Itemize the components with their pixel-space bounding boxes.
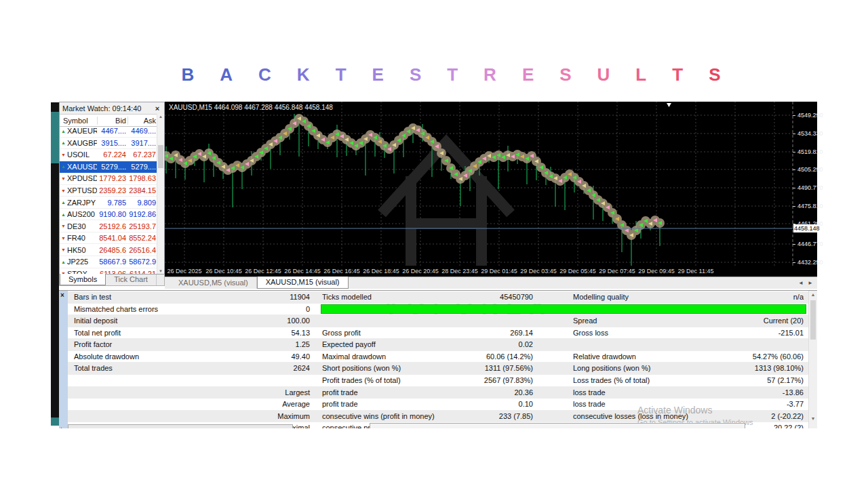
price-tick: [793, 152, 795, 152]
ask-value: 67.237: [127, 150, 157, 159]
stat-label: Long positions (won %): [573, 363, 650, 374]
bid-value: 8541.04: [97, 234, 127, 242]
scroll-position-marker: [667, 103, 671, 107]
stat-label: loss trade: [573, 399, 606, 410]
tab-scroll-left-icon[interactable]: ◄: [798, 280, 805, 286]
market-watch-row[interactable]: ▲ZARJPY9.7859.809: [60, 197, 164, 209]
stat-value: 0.02: [519, 339, 533, 350]
price-tick: [793, 224, 795, 224]
stat-value: 11904: [290, 291, 310, 303]
bid-value: 26485.6: [97, 246, 127, 254]
market-watch-scrollbar[interactable]: ▲ ▼: [157, 114, 164, 274]
tester-cell-group: [312, 315, 536, 327]
bid-value: 1779.23: [97, 174, 127, 182]
scroll-up-icon[interactable]: ▲: [157, 115, 164, 119]
market-watch-row[interactable]: ▲AUS2009190.809192.86: [60, 209, 164, 221]
time-axis: 26 Dec 202526 Dec 10:4526 Dec 12:4526 De…: [165, 266, 817, 277]
tester-cell-group: Maximum: [68, 411, 312, 422]
symbol-name: DE30: [67, 222, 97, 230]
stat-value: -215.01: [778, 327, 804, 339]
chart-panel: XAUUSD,M15 4464.098 4467.288 4456.848 44…: [165, 102, 817, 277]
tester-cell-group: profit trade20.36: [312, 387, 536, 399]
price-axis-label: 4505.290: [797, 166, 823, 173]
tester-cell-group: Maximal drawdown60.06 (14.2%): [312, 351, 536, 363]
tab-scroll-arrows[interactable]: ◄ ►: [798, 280, 814, 286]
symbol-name: ZARJPY: [67, 199, 97, 207]
market-watch-row[interactable]: ▲JP22558667.958672.9: [60, 256, 164, 268]
column-header-ask[interactable]: Ask: [127, 117, 157, 125]
ask-value: 1798.63: [127, 174, 157, 182]
stat-label: Modelling quality: [573, 291, 629, 303]
market-watch-row[interactable]: ▲XAUGBP3915....3917....: [60, 138, 164, 150]
ask-value: 9192.86: [127, 210, 157, 218]
chart-symbol-ohlc: XAUUSD,M15 4464.098 4467.288 4456.848 44…: [169, 104, 333, 111]
symbol-name: USOIL: [67, 150, 97, 159]
tester-row: Total trades2624Short positions (won %)1…: [68, 363, 808, 375]
stat-label: Loss trades (% of total): [573, 375, 650, 386]
market-watch-row[interactable]: ▼USOIL67.22467.237: [60, 149, 164, 161]
stat-value: 60.06 (14.2%): [486, 351, 533, 363]
stat-label: Short positions (won %): [322, 363, 401, 374]
title-letter: B: [182, 64, 195, 85]
stat-value: 49.40: [291, 351, 310, 363]
bid-value: 2359.23: [97, 186, 127, 195]
market-watch-row[interactable]: ▲XAUUSD5279....5279....: [60, 161, 164, 174]
tester-cell-group: loss trade-13.86: [536, 387, 808, 399]
ask-value: 25193.7: [127, 222, 157, 230]
market-watch-row[interactable]: ▲XAUEUR4467....4469....: [60, 125, 164, 138]
tab-tick-chart[interactable]: Tick Chart: [106, 274, 157, 285]
stat-value: Maximum: [277, 411, 310, 422]
bid-value: 5279....: [97, 163, 127, 171]
ask-value: 26516.4: [127, 246, 157, 254]
tab-symbols[interactable]: Symbols: [60, 274, 106, 285]
tab-scroll-right-icon[interactable]: ►: [808, 280, 814, 286]
bid-value: 58667.9: [97, 258, 127, 266]
scroll-up-icon[interactable]: ▲: [809, 292, 817, 297]
bid-value: 25192.6: [97, 222, 127, 230]
market-watch-row[interactable]: ▼XPDUSD1779.231798.63: [60, 173, 164, 185]
tester-cell-group: Long positions (won %)1313 (98.10%): [536, 363, 808, 374]
tester-close-icon[interactable]: ×: [60, 291, 64, 299]
tester-row: Profit factor1.25Expected payoff0.02: [68, 339, 808, 351]
stat-label: Initial deposit: [74, 315, 117, 327]
close-icon[interactable]: ×: [153, 104, 161, 113]
tester-cell-group: Largest: [68, 387, 312, 399]
market-watch-row[interactable]: ▼HK5026485.626516.4: [60, 244, 164, 256]
stat-value: 45450790: [500, 291, 533, 303]
market-watch-row[interactable]: ▼STOX...6113.066114.21: [60, 268, 164, 274]
scroll-down-icon[interactable]: ▼: [809, 416, 817, 421]
column-header-symbol[interactable]: Symbol: [60, 117, 97, 125]
market-watch-tabs: SymbolsTick Chart: [59, 274, 165, 286]
symbol-name: XPDUSD: [67, 174, 97, 182]
market-watch-row[interactable]: ▼DE3025192.625193.7: [60, 220, 164, 232]
price-tick: [793, 206, 795, 207]
price-tick: [793, 169, 795, 170]
tab-xauusd-m5-visual-[interactable]: XAUUSD,M5 (visual): [170, 277, 257, 289]
tester-cell-group: [68, 375, 312, 386]
tab-xauusd-m15-visual-[interactable]: XAUUSD,M15 (visual): [257, 277, 349, 289]
tester-cell-group: [536, 339, 808, 350]
price-axis-label: 4446.770: [797, 241, 823, 247]
tester-scrollbar[interactable]: ▲ ▼: [808, 291, 817, 428]
page-title: BACKTESTRESULTS: [17, 64, 868, 85]
stat-value: 269.14: [510, 327, 533, 339]
stat-label: Ticks modelled: [322, 291, 372, 303]
stat-value: 1.25: [296, 339, 310, 350]
scrollbar-thumb[interactable]: [158, 145, 163, 168]
tester-row: Profit trades (% of total)2567 (97.83%)L…: [68, 375, 808, 387]
title-letter: R: [484, 64, 496, 85]
title-letter: E: [372, 64, 384, 85]
tester-cell-group: Profit trades (% of total)2567 (97.83%): [312, 375, 536, 386]
stat-value: 54.13: [291, 327, 310, 339]
scrollbar-thumb[interactable]: [810, 300, 816, 340]
column-header-bid[interactable]: Bid: [97, 117, 127, 125]
stat-value: 20.36: [514, 387, 533, 399]
symbol-name: FR40: [67, 234, 97, 242]
market-watch-row[interactable]: ▼XPTUSD2359.232384.15: [60, 185, 164, 197]
title-letter: C: [258, 64, 271, 85]
stat-label: Profit factor: [74, 339, 112, 350]
market-watch-row[interactable]: ▼FR408541.048552.24: [60, 232, 164, 245]
tester-cell-group: Gross profit269.14: [312, 327, 536, 339]
arrow-down-icon: ▼: [60, 176, 67, 181]
chart-canvas[interactable]: [165, 102, 793, 266]
